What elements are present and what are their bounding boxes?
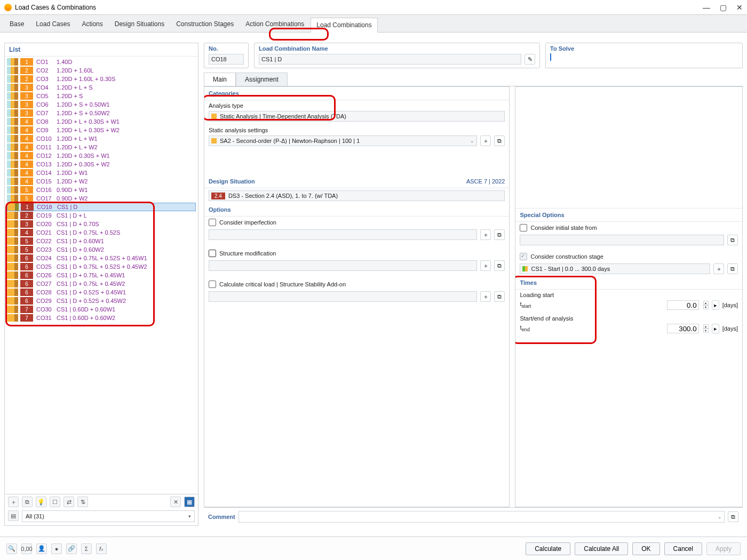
list-item[interactable]: 6CO27CS1 | D + 0.75L + 0.45W2 (7, 279, 196, 288)
list-item[interactable]: 5CO160.90D + W1 (7, 186, 196, 194)
list-item[interactable]: 6CO29CS1 | D + 0.52S + 0.45W2 (7, 297, 196, 305)
static-settings-select[interactable]: SA2 - Second-order (P-Δ) | Newton-Raphso… (209, 135, 477, 146)
list-item[interactable]: 7CO30CS1 | 0.60D + 0.60W1 (7, 305, 196, 314)
tend-more-icon[interactable]: ▸ (712, 324, 719, 333)
copy-icon[interactable]: ⧉ (22, 497, 33, 507)
tab-construction-stages[interactable]: Construction Stages (171, 17, 239, 32)
list-item[interactable]: 4CO151.20D + W2 (7, 177, 196, 186)
link-icon[interactable]: 🔗 (66, 543, 77, 554)
list-item[interactable]: 2CO21.20D + 1.60L (7, 66, 196, 75)
delete-icon[interactable]: ✕ (170, 497, 181, 507)
list-item[interactable]: 4CO141.20D + W1 (7, 169, 196, 177)
static-edit-icon[interactable]: ⧉ (494, 135, 505, 146)
init-edit-icon[interactable]: ⧉ (727, 235, 738, 245)
list-item[interactable]: 2CO19CS1 | D + L (7, 211, 196, 220)
swap-icon[interactable]: ⇄ (63, 497, 74, 507)
list-formula: CS1 | 0.60D + 0.60W2 (57, 315, 115, 321)
list-item[interactable]: 3CO61.20D + S + 0.50W1 (7, 100, 196, 109)
tab-actions[interactable]: Actions (76, 17, 108, 32)
list-item[interactable]: 1CO18CS1 | D (7, 203, 196, 211)
edit-name-icon[interactable]: ✎ (525, 54, 535, 65)
fx-icon[interactable]: fₓ (96, 543, 107, 554)
combo-list[interactable]: 1CO11.40D2CO21.20D + 1.60L2CO31.20D + 1.… (5, 57, 198, 494)
list-item[interactable]: 1CO11.40D (7, 58, 196, 66)
tab-main[interactable]: Main (204, 73, 236, 86)
list-item[interactable]: 2CO31.20D + 1.60L + 0.30S (7, 75, 196, 83)
design-situation-label: Design Situation (209, 178, 255, 185)
list-item[interactable]: 3CO41.20D + L + S (7, 83, 196, 92)
close-icon[interactable]: ✕ (736, 3, 743, 12)
list-item[interactable]: 7CO31CS1 | 0.60D + 0.60W2 (7, 314, 196, 322)
crit-edit-icon[interactable]: ⧉ (494, 291, 505, 302)
critical-load-checkbox[interactable] (209, 281, 216, 288)
smod-new-icon[interactable]: ＋ (480, 260, 491, 271)
opt3-label: Calculate critical load | Structure Stab… (219, 281, 346, 287)
list-item[interactable]: 3CO51.20D + S (7, 92, 196, 100)
structure-mod-checkbox[interactable] (209, 250, 216, 257)
filter-select[interactable]: All (31) ▾ (22, 510, 195, 522)
grey-icon[interactable]: ● (51, 543, 62, 554)
list-co-id: CO18 (37, 204, 57, 210)
list-item[interactable]: 6CO26CS1 | D + 0.75L + 0.45W1 (7, 271, 196, 279)
tab-design-situations[interactable]: Design Situations (109, 17, 170, 32)
ok-button[interactable]: OK (632, 542, 659, 555)
to-solve-checkbox[interactable] (550, 53, 551, 61)
tend-input[interactable] (667, 324, 699, 333)
list-item[interactable]: 6CO25CS1 | D + 0.75L + 0.52S + 0.45W2 (7, 262, 196, 271)
filter-icon[interactable]: ▤ (8, 510, 19, 521)
comment-input[interactable]: ⌄ (239, 511, 725, 523)
help-icon[interactable]: 🔍 (6, 543, 17, 554)
list-co-id: CO12 (36, 153, 57, 159)
tab-action-combinations[interactable]: Action Combinations (240, 17, 309, 32)
static-new-icon[interactable]: ＋ (480, 135, 491, 146)
people-icon[interactable]: 👤 (36, 543, 47, 554)
list-item[interactable]: 3CO20CS1 | D + 0.70S (7, 220, 196, 228)
list-item[interactable]: 6CO28CS1 | D + 0.52S + 0.45W1 (7, 288, 196, 297)
list-item[interactable]: 4CO21CS1 | D + 0.75L + 0.52S (7, 228, 196, 237)
list-item[interactable]: 4CO91.20D + L + 0.30S + W2 (7, 126, 196, 134)
crit-new-icon[interactable]: ＋ (480, 291, 491, 302)
list-item[interactable]: 4CO131.20D + 0.30S + W2 (7, 160, 196, 169)
stage-new-icon[interactable]: ＋ (713, 263, 724, 274)
mode-icon[interactable]: ▦ (184, 497, 195, 507)
select-icon[interactable]: ☐ (50, 497, 60, 507)
tab-load-cases[interactable]: Load Cases (30, 17, 75, 32)
consider-imperfection-checkbox[interactable] (209, 219, 216, 226)
tend-spinner[interactable]: ▴▾ (703, 324, 709, 333)
list-item[interactable]: 6CO24CS1 | D + 0.75L + 0.52S + 0.45W1 (7, 254, 196, 262)
sigma-icon[interactable]: Σ (81, 543, 92, 554)
tstart-more-icon[interactable]: ▸ (712, 300, 719, 310)
list-item[interactable]: 5CO23CS1 | D + 0.60W2 (7, 245, 196, 254)
tend-symbol: tend (520, 324, 529, 332)
sort-icon[interactable]: ⇅ (77, 497, 88, 507)
list-item[interactable]: 4CO81.20D + L + 0.30S + W1 (7, 117, 196, 126)
name-input[interactable]: CS1 | D (259, 54, 521, 65)
stage-edit-icon[interactable]: ⧉ (727, 263, 738, 274)
smod-edit-icon[interactable]: ⧉ (494, 260, 505, 271)
new-icon[interactable]: ＋ (8, 497, 19, 507)
no-label: No. (209, 45, 244, 52)
list-item[interactable]: 3CO71.20D + S + 0.50W2 (7, 109, 196, 117)
list-item[interactable]: 5CO170.90D + W2 (7, 194, 196, 203)
tstart-input[interactable] (667, 300, 699, 310)
imperf-new-icon[interactable]: ＋ (480, 229, 491, 240)
units-icon[interactable]: 0,00 (21, 543, 32, 554)
tstart-spinner[interactable]: ▴▾ (703, 301, 709, 309)
cancel-button[interactable]: Cancel (664, 542, 702, 555)
list-item[interactable]: 4CO101.20D + L + W1 (7, 134, 196, 143)
tab-load-combinations[interactable]: Load Combinations (311, 18, 377, 33)
comment-copy-icon[interactable]: ⧉ (728, 511, 738, 522)
list-item[interactable]: 5CO22CS1 | D + 0.60W1 (7, 237, 196, 245)
tab-assignment[interactable]: Assignment (236, 73, 288, 86)
minimize-icon[interactable]: — (703, 3, 710, 12)
light-icon[interactable]: 💡 (36, 497, 46, 507)
list-item[interactable]: 4CO111.20D + L + W2 (7, 143, 196, 151)
imperf-edit-icon[interactable]: ⧉ (494, 229, 505, 240)
maximize-icon[interactable]: ▢ (720, 3, 727, 12)
list-formula: CS1 | D + 0.52S + 0.45W2 (57, 298, 126, 304)
initial-state-checkbox[interactable] (520, 224, 527, 231)
calculate-button[interactable]: Calculate (526, 542, 570, 555)
list-item[interactable]: 4CO121.20D + 0.30S + W1 (7, 151, 196, 160)
calculate-all-button[interactable]: Calculate All (575, 542, 628, 555)
tab-base[interactable]: Base (4, 17, 29, 32)
